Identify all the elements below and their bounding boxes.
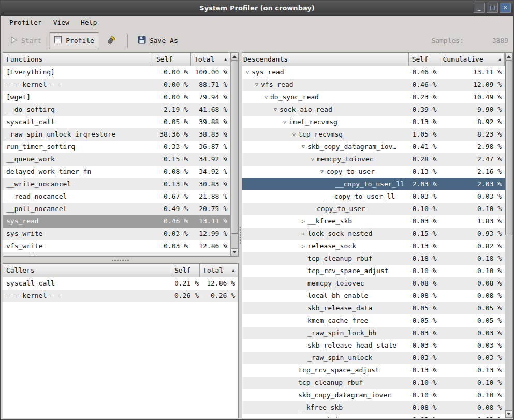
scrollbar-thumb[interactable] <box>505 61 512 235</box>
table-row[interactable]: ▽copy_to_user0.13 %2.16 % <box>242 166 505 178</box>
scroll-down-button[interactable] <box>231 248 238 256</box>
samples-indicator: Samples: 3889 <box>431 37 509 44</box>
menu-help[interactable]: Help <box>75 17 102 28</box>
profile-toggle-button[interactable]: Profile <box>49 32 99 49</box>
expander-collapsed-icon[interactable]: ▷ <box>299 215 307 228</box>
expander-open-icon[interactable]: ▽ <box>262 91 270 103</box>
table-row[interactable]: ▽sock_aio_read0.39 %9.90 % <box>242 103 505 116</box>
column-header-descendants[interactable]: Descendants <box>242 53 409 66</box>
table-row[interactable]: syscall_call0.05 %39.88 % <box>3 116 230 128</box>
self-percent-cell: 0.15 % <box>409 228 440 240</box>
table-row[interactable]: ▷__kfree_skb0.03 %1.83 % <box>242 215 505 228</box>
expander-open-icon[interactable]: ▽ <box>253 79 261 91</box>
table-row[interactable]: ▽do_sync_read0.23 %10.49 % <box>242 91 505 103</box>
table-row[interactable]: vfs_write0.03 %12.86 % <box>3 240 230 252</box>
table-row[interactable]: tcp_rcv_space_adjust0.13 %0.13 % <box>242 364 505 377</box>
descendant-name-cell: ▽inet_recvmsg <box>242 116 409 128</box>
table-row[interactable]: ▽memcpy_toiovec0.28 %2.47 % <box>242 153 505 166</box>
column-header-cumulative[interactable]: Cumulative▲ <box>439 53 505 66</box>
table-row[interactable]: _raw_spin_unlock_irqrestore38.36 %38.83 … <box>3 128 230 141</box>
table-row[interactable]: __copy_to_user_ll0.03 %0.03 % <box>242 190 505 203</box>
maximize-button[interactable]: □ <box>487 3 498 13</box>
expander-collapsed-icon[interactable]: ▷ <box>299 228 307 240</box>
table-row[interactable]: run_timer_softirq0.33 %36.87 % <box>3 141 230 153</box>
reset-button[interactable] <box>101 32 121 50</box>
descendant-name-label: lock_sock_nested <box>307 228 372 240</box>
column-header-functions[interactable]: Functions <box>3 53 153 66</box>
self-percent-cell: 0.10 % <box>409 203 440 215</box>
column-header-callers[interactable]: Callers <box>3 264 171 277</box>
table-row[interactable]: skb_release_head_state0.03 %0.03 % <box>242 339 505 352</box>
close-button[interactable]: × <box>500 3 511 13</box>
function-name-cell: sys_read <box>3 215 153 228</box>
table-row[interactable]: __copy_to_user_ll2.03 %2.03 % <box>242 178 505 190</box>
minimize-button[interactable]: _ <box>474 3 485 13</box>
table-row[interactable]: tcp_cleanup_rbuf0.18 %0.18 % <box>242 252 505 265</box>
table-row[interactable]: ▽vfs_read0.46 %12.09 % <box>242 79 505 91</box>
table-row[interactable]: local_bh_enable0.08 %0.08 % <box>242 290 505 302</box>
start-button[interactable]: Start <box>5 33 47 49</box>
table-row[interactable]: __kfree_skb0.08 %0.08 % <box>242 401 505 414</box>
table-row[interactable]: ▽inet_recvmsg0.13 %8.92 % <box>242 116 505 128</box>
table-row[interactable]: __read_nocancel0.67 %21.88 % <box>3 190 230 203</box>
table-row[interactable]: copy_to_user0.10 %0.10 % <box>242 203 505 215</box>
table-row[interactable]: __write_nocancel0.13 %30.83 % <box>3 178 230 190</box>
table-row[interactable]: sys_write0.03 %12.99 % <box>3 228 230 240</box>
table-row[interactable]: ▷lock_sock_nested0.15 %0.93 % <box>242 228 505 240</box>
menu-view[interactable]: View <box>48 17 75 28</box>
expander-open-icon[interactable]: ▽ <box>318 166 326 178</box>
indent-spacer <box>243 401 290 414</box>
table-row[interactable]: tcp_rcv_space_adjust0.10 %0.10 % <box>242 265 505 277</box>
table-row[interactable]: __do_softirq2.19 %41.68 % <box>3 103 230 116</box>
table-row[interactable]: ▽sys_read0.46 %13.11 % <box>242 66 505 79</box>
table-row[interactable]: ▽skb_copy_datagram_iov…0.41 %2.98 % <box>242 141 505 153</box>
table-row[interactable]: _raw_spin_lock_bh0.03 %0.03 % <box>242 327 505 339</box>
close-icon: × <box>503 4 507 11</box>
table-row[interactable]: [Everything]0.00 %100.00 % <box>3 66 230 79</box>
table-row[interactable]: sys_poll0.10 %12.57 % <box>3 252 230 256</box>
column-header-total[interactable]: Total▲ <box>200 264 238 277</box>
expander-open-icon[interactable]: ▽ <box>309 153 317 166</box>
table-row[interactable]: _raw_spin_unlock0.03 %0.03 % <box>242 352 505 364</box>
table-row[interactable]: kmem_cache_free0.05 %0.05 % <box>242 314 505 327</box>
menu-profiler[interactable]: Profiler <box>4 17 48 28</box>
horizontal-splitter[interactable] <box>3 257 239 263</box>
table-row[interactable]: ▷release_sock0.13 %0.82 % <box>242 240 505 252</box>
functions-vertical-scrollbar[interactable] <box>230 53 238 256</box>
table-row[interactable]: [wget]0.00 %79.94 % <box>3 91 230 103</box>
table-row[interactable]: syscall_call0.21 %12.86 % <box>3 277 238 290</box>
table-row[interactable]: - - kernel - -0.26 %0.26 % <box>3 290 238 302</box>
column-header-self[interactable]: Self <box>153 53 191 66</box>
indent-spacer <box>243 116 281 128</box>
save-as-button[interactable]: Save As <box>133 32 183 49</box>
column-header-self[interactable]: Self <box>171 264 200 277</box>
scroll-up-button[interactable] <box>505 53 512 61</box>
scroll-down-button[interactable] <box>505 410 512 418</box>
table-row[interactable]: ▽tcp_recvmsg1.05 %8.23 % <box>242 128 505 141</box>
expander-open-icon[interactable]: ▽ <box>299 141 307 153</box>
column-header-self[interactable]: Self <box>409 53 440 66</box>
table-row[interactable]: skb_release_data0.05 %0.05 % <box>242 302 505 314</box>
table-row[interactable]: sys_read0.46 %13.11 % <box>3 215 230 228</box>
table-row[interactable]: delayed_work_timer_fn0.08 %34.92 % <box>3 166 230 178</box>
table-row[interactable]: tcp_cleanup_rbuf0.10 %0.10 % <box>242 377 505 389</box>
scrollbar-thumb[interactable] <box>231 61 238 234</box>
expander-open-icon[interactable]: ▽ <box>243 66 252 79</box>
expander-open-icon[interactable]: ▽ <box>271 103 280 116</box>
expander-open-icon[interactable]: ▽ <box>281 116 289 128</box>
scroll-up-button[interactable] <box>231 53 238 61</box>
descendants-vertical-scrollbar[interactable] <box>505 53 512 418</box>
descendant-name-cell: local_bh_enable <box>242 290 409 302</box>
table-row[interactable]: memcpy_toiovec0.08 %0.08 % <box>242 277 505 290</box>
descendant-name-cell: copy_to_user <box>242 203 409 215</box>
caller-name-cell: - - kernel - - <box>3 290 171 302</box>
expander-collapsed-icon[interactable]: ▷ <box>299 240 307 252</box>
expander-open-icon[interactable]: ▽ <box>290 128 298 141</box>
table-row[interactable]: __queue_work0.15 %34.92 % <box>3 153 230 166</box>
table-row[interactable]: - - kernel - -0.00 %88.71 % <box>3 79 230 91</box>
titlebar[interactable]: System Profiler (on crownbay) _ □ × <box>1 1 513 16</box>
table-row[interactable]: memcpy_toiovec0.03 %0.03 % <box>242 414 505 418</box>
table-row[interactable]: skb_copy_datagram_iovec0.10 %0.10 % <box>242 389 505 401</box>
table-row[interactable]: __poll_nocancel0.49 %20.75 % <box>3 203 230 215</box>
column-header-total[interactable]: Total▲ <box>191 53 230 66</box>
